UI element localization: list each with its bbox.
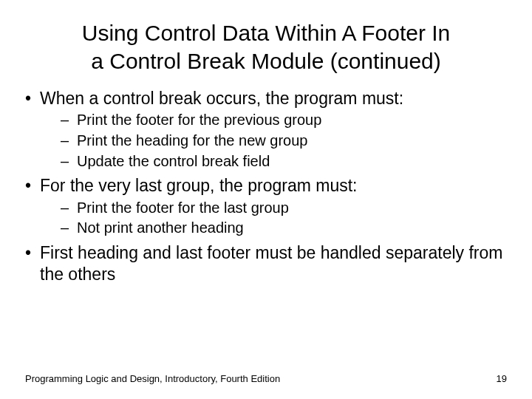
sub-text: Not print another heading bbox=[77, 219, 244, 236]
footer-book-title: Programming Logic and Design, Introducto… bbox=[25, 373, 280, 384]
title-line-1: Using Control Data Within A Footer In bbox=[82, 21, 451, 45]
bullet-list: When a control break occurs, the program… bbox=[22, 88, 510, 286]
sub-item: Not print another heading bbox=[61, 219, 510, 238]
slide-title: Using Control Data Within A Footer In a … bbox=[0, 0, 532, 75]
sub-text: Print the heading for the new group bbox=[77, 132, 307, 149]
sub-list: Print the footer for the last group Not … bbox=[40, 199, 510, 238]
footer-page-number: 19 bbox=[497, 373, 507, 384]
slide-content: When a control break occurs, the program… bbox=[0, 75, 532, 286]
sub-text: Print the footer for the last group bbox=[77, 200, 289, 216]
sub-text: Update the control break field bbox=[77, 153, 270, 169]
slide: Using Control Data Within A Footer In a … bbox=[0, 0, 532, 399]
sub-list: Print the footer for the previous group … bbox=[40, 111, 510, 171]
sub-item: Print the footer for the last group bbox=[61, 199, 510, 218]
bullet-text: For the very last group, the program mus… bbox=[40, 176, 358, 195]
sub-item: Print the footer for the previous group bbox=[61, 111, 510, 130]
bullet-text: When a control break occurs, the program… bbox=[40, 89, 403, 108]
bullet-text: First heading and last footer must be ha… bbox=[40, 243, 502, 284]
bullet-item: First heading and last footer must be ha… bbox=[22, 242, 510, 286]
sub-item: Update the control break field bbox=[61, 152, 510, 171]
title-line-2: a Control Break Module (continued) bbox=[91, 49, 441, 73]
sub-text: Print the footer for the previous group bbox=[77, 112, 321, 128]
bullet-item: For the very last group, the program mus… bbox=[22, 175, 510, 238]
bullet-item: When a control break occurs, the program… bbox=[22, 88, 510, 171]
sub-item: Print the heading for the new group bbox=[61, 132, 510, 151]
